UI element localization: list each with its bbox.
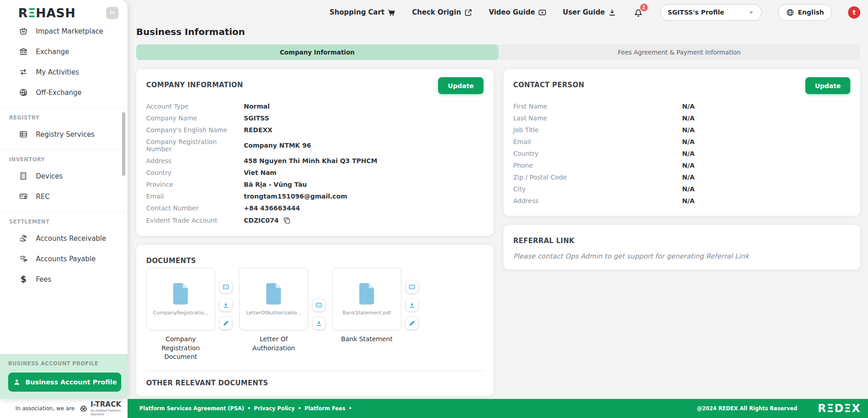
sidebar-item-my-activities[interactable]: My Activities bbox=[0, 62, 128, 82]
sidebar-item-label: REC bbox=[36, 193, 49, 201]
video-icon bbox=[538, 8, 547, 17]
language-button[interactable]: English bbox=[778, 4, 832, 21]
document-actions bbox=[313, 268, 325, 330]
sidebar-item-impact-marketplace[interactable]: Impact Marketplace bbox=[0, 24, 128, 41]
copy-button[interactable] bbox=[283, 216, 291, 224]
documents-divider bbox=[146, 371, 483, 371]
section-label-inventory: INVENTORY bbox=[0, 156, 128, 166]
table-icon bbox=[19, 129, 28, 139]
file-icon bbox=[264, 283, 283, 305]
sidebar-item-rec[interactable]: REC bbox=[0, 186, 128, 207]
download-button[interactable] bbox=[406, 299, 418, 311]
document-filename: BankStatement.pdf bbox=[343, 310, 391, 316]
language-label: English bbox=[798, 9, 824, 16]
company-update-button[interactable]: Update bbox=[438, 77, 483, 94]
sidebar-item-fees[interactable]: $ Fees bbox=[0, 269, 128, 289]
document-thumbnail[interactable]: BankStatement.pdf bbox=[332, 268, 401, 330]
document-thumbnail[interactable]: CompanyRegistratio... bbox=[146, 268, 215, 330]
user-avatar[interactable]: t bbox=[848, 6, 860, 19]
field-row: Contact Number+84 436663444 bbox=[146, 202, 483, 214]
contact-update-button[interactable]: Update bbox=[805, 77, 850, 94]
company-information-card: COMPANY INFORMATION Update Account TypeN… bbox=[136, 69, 493, 236]
business-account-profile-button[interactable]: Business Account Profile bbox=[8, 373, 121, 392]
shopping-cart-link[interactable]: Shopping Cart bbox=[330, 8, 396, 17]
document-label: Letter Of Authorization bbox=[239, 335, 308, 353]
document-item: CompanyRegistratio... Company Registrati… bbox=[146, 268, 232, 362]
sidebar-item-accounts-payable[interactable]: Accounts Payable bbox=[0, 249, 128, 269]
cart-icon bbox=[387, 8, 396, 17]
sidebar-item-label: Fees bbox=[36, 275, 51, 284]
video-guide-link[interactable]: Video Guide bbox=[489, 8, 547, 17]
profile-dropdown[interactable]: SGITSS's Profile bbox=[660, 4, 762, 21]
preview-card-button[interactable] bbox=[313, 299, 325, 311]
sidebar-item-label: My Activities bbox=[36, 68, 79, 76]
document-thumbnail[interactable]: LetterOfAuthorizatio... bbox=[239, 268, 308, 330]
redex-logo: RΞDΞX bbox=[818, 402, 861, 415]
sidebar-item-label: Registry Services bbox=[36, 130, 94, 139]
footer: Platform Services Agreement (PSA) • Priv… bbox=[128, 399, 868, 418]
footer-right: @2024 REDEX All Rights Reserved RΞDΞX bbox=[697, 402, 861, 415]
referral-link-message: Please contact Ops Admin to get support … bbox=[513, 252, 851, 260]
preview-card-button[interactable] bbox=[220, 281, 232, 293]
sidebar-nav: Impact Marketplace Exchange My Activitie… bbox=[0, 24, 128, 354]
sidebar-section-registry: REGISTRY Registry Services bbox=[0, 107, 128, 144]
sidebar-section-settlement: SETTLEMENT Accounts Receivable Accounts … bbox=[0, 211, 128, 289]
field-row: AddressN/A bbox=[513, 195, 851, 207]
dollar-icon: $ bbox=[19, 274, 28, 284]
right-column: CONTACT PERSON Update First NameN/A Last… bbox=[503, 69, 861, 269]
tab-company-information[interactable]: Company Information bbox=[136, 45, 498, 60]
footer-link-privacy-policy[interactable]: Privacy Policy bbox=[254, 405, 295, 412]
download-button[interactable] bbox=[220, 299, 232, 311]
association-text: In association, we are bbox=[15, 405, 74, 412]
contact-person-card: CONTACT PERSON Update First NameN/A Last… bbox=[503, 69, 861, 216]
footer-link-psa[interactable]: Platform Services Agreement (PSA) bbox=[139, 405, 244, 412]
document-item: BankStatement.pdf Bank Statement bbox=[332, 268, 418, 362]
sidebar-column: RΞHASH Impact Marketplace Exchange My Ac… bbox=[0, 0, 128, 418]
edit-button[interactable] bbox=[406, 317, 418, 329]
field-row: Company's English NameREDEXX bbox=[146, 124, 483, 136]
collapse-icon bbox=[108, 9, 116, 18]
documents-title: DOCUMENTS bbox=[146, 253, 483, 265]
sidebar-collapse-button[interactable] bbox=[106, 7, 118, 19]
user-guide-link[interactable]: User Guide bbox=[563, 8, 616, 17]
sidebar-item-label: Impact Marketplace bbox=[36, 27, 104, 35]
profile-dropdown-label: SGITSS's Profile bbox=[668, 9, 725, 16]
download-icon bbox=[409, 302, 415, 309]
id-card-icon bbox=[409, 284, 415, 290]
field-row: Company Registration NumberCompany NTMK … bbox=[146, 136, 483, 155]
preview-card-button[interactable] bbox=[406, 281, 418, 293]
file-icon bbox=[171, 283, 190, 305]
document-label: Bank Statement bbox=[341, 335, 392, 344]
file-icon bbox=[357, 283, 376, 305]
notifications-button[interactable]: 2 bbox=[633, 7, 644, 18]
sidebar-item-devices[interactable]: Devices bbox=[0, 166, 128, 186]
association-strip: In association, we are I-TRACK Accredite… bbox=[0, 399, 128, 418]
section-label-registry: REGISTRY bbox=[0, 114, 128, 124]
contact-person-title: CONTACT PERSON bbox=[513, 77, 585, 89]
referral-link-card: REFERRAL LINK Please contact Ops Admin t… bbox=[503, 225, 861, 269]
field-row: CountryViet Nam bbox=[146, 167, 483, 179]
footer-link-platform-fees[interactable]: Platform Fees bbox=[305, 405, 345, 412]
sidebar-item-off-exchange[interactable]: Off-Exchange bbox=[0, 82, 128, 103]
evident-trade-account-value: CDZIC074 bbox=[244, 217, 279, 224]
tab-fees-agreement[interactable]: Fees Agreement & Payment Information bbox=[498, 45, 861, 60]
sidebar-item-exchange[interactable]: Exchange bbox=[0, 41, 128, 62]
download-guide-icon bbox=[608, 8, 616, 17]
pencil-icon bbox=[409, 320, 415, 327]
globe-icon bbox=[786, 8, 794, 17]
referral-link-title: REFERRAL LINK bbox=[513, 233, 851, 245]
edit-button[interactable] bbox=[220, 317, 232, 329]
download-button[interactable] bbox=[313, 317, 325, 329]
sidebar-scrollbar-thumb[interactable] bbox=[122, 112, 125, 176]
other-documents-title: OTHER RELEVANT DOCUMENTS bbox=[146, 379, 483, 387]
footer-separator: • bbox=[349, 405, 352, 412]
sidebar-item-label: Off-Exchange bbox=[36, 89, 82, 97]
page-title: Business Information bbox=[136, 26, 860, 37]
itrack-mark-icon bbox=[79, 403, 88, 415]
pencil-icon bbox=[222, 320, 229, 327]
main-area: Shopping Cart Check Origin Video Guide U… bbox=[128, 0, 868, 418]
sidebar-item-accounts-receivable[interactable]: Accounts Receivable bbox=[0, 228, 128, 249]
footer-separator: • bbox=[298, 405, 301, 412]
sidebar-item-registry-services[interactable]: Registry Services bbox=[0, 124, 128, 144]
check-origin-link[interactable]: Check Origin bbox=[412, 8, 473, 17]
